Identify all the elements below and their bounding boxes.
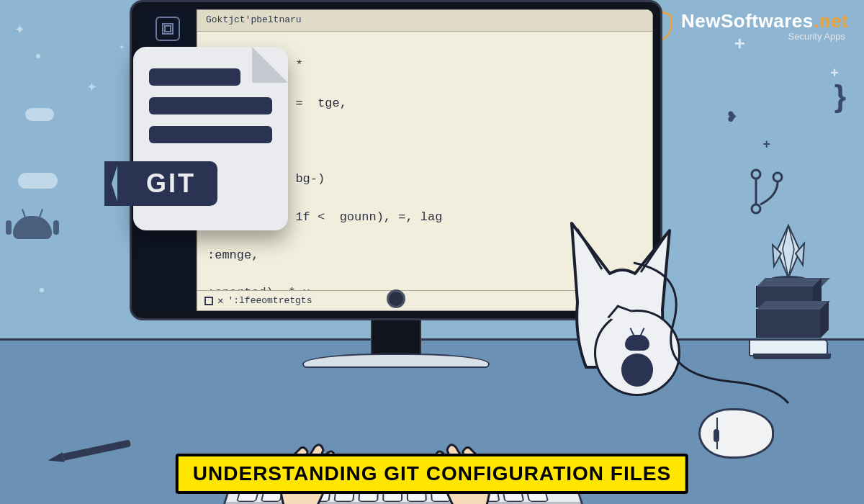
decor-drop-icon: ❥ <box>726 108 738 125</box>
computer-mouse-icon <box>698 408 778 464</box>
statusbar-close-icon: ✕ <box>217 294 223 307</box>
svg-point-1 <box>773 173 782 181</box>
git-file-label: GIT <box>117 161 217 206</box>
sidebar-app-icon <box>156 17 180 41</box>
svg-point-2 <box>752 204 760 213</box>
decor-git-branch-icon <box>745 167 788 217</box>
brand-logo-text: NewSoftwares.net <box>681 10 848 32</box>
decor-plus-icon: + <box>762 137 770 152</box>
brand-logo: NewSoftwares.net Security Apps <box>645 10 848 42</box>
decor-sparkle-icon: ✦ <box>86 79 97 95</box>
brand-tagline: Security Apps <box>681 31 848 42</box>
decor-cloud-icon <box>18 173 58 189</box>
decor-brace-icon: } <box>834 79 846 114</box>
statusbar-text: ':lfeeomtretgts <box>228 295 312 306</box>
mouse-cable <box>630 259 796 418</box>
decor-android-icon <box>13 216 56 256</box>
decor-plus-icon: + <box>830 65 839 81</box>
monitor-home-button-icon <box>387 289 405 308</box>
decor-dot-icon: ✦ <box>119 43 125 51</box>
svg-point-0 <box>752 170 760 179</box>
decor-dot-icon <box>40 288 44 292</box>
editor-titlebar: Goktjct'pbeltnaru <box>197 10 652 32</box>
decor-sparkle-icon: ✦ <box>14 22 25 37</box>
git-config-file-icon: GIT <box>133 47 288 230</box>
title-banner: Understanding Git Configuration Files <box>176 454 688 494</box>
svg-rect-4 <box>165 26 171 32</box>
statusbar-stop-icon <box>204 297 213 305</box>
decor-cloud-icon <box>25 108 54 121</box>
decor-dot-icon <box>36 54 40 58</box>
